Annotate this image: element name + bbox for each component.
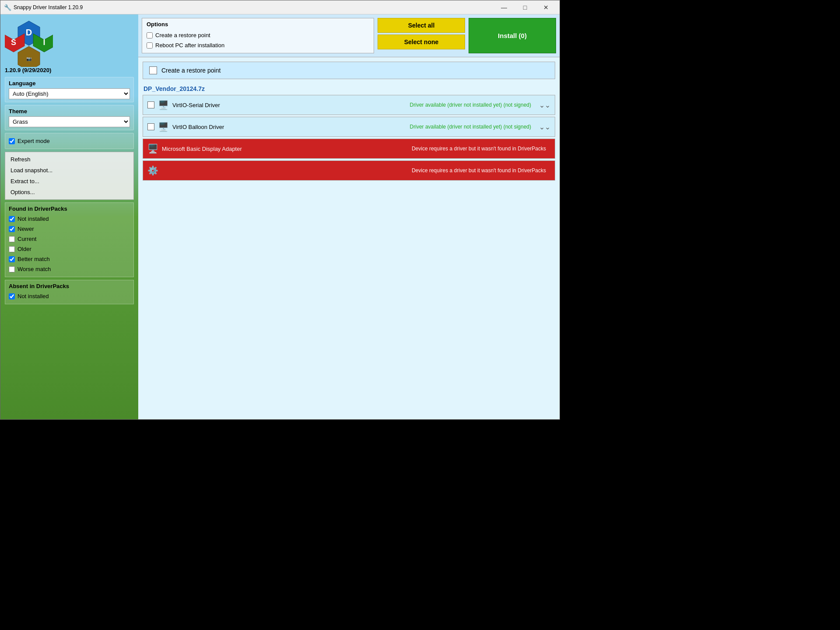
minimize-button[interactable]: — (494, 1, 514, 14)
logo-area: D S I 📷 1.20.9 (9/29/2020) (5, 19, 134, 73)
svg-text:D: D (26, 28, 32, 37)
driver-icon-virtio-balloon: 🖥️ (158, 122, 169, 132)
language-label: Language (9, 80, 130, 87)
filter-current-label: Current (18, 236, 36, 242)
vendor-title: DP_Vendor_20124.7z (143, 84, 555, 95)
expand-arrow-virtio-balloon[interactable]: ⌄⌄ (539, 123, 550, 131)
absent-not-installed[interactable] (9, 293, 15, 299)
menu-panel: Refresh Load snapshot... Extract to... O… (5, 152, 134, 200)
filter-worse-match-row: Worse match (9, 264, 130, 274)
filter-not-installed-row: Not installed (9, 214, 130, 224)
driver-name-ms-display: Microsoft Basic Display Adapter (162, 146, 352, 152)
driver-name-virtio-balloon: VirtIO Balloon Driver (172, 124, 350, 130)
filter-newer[interactable] (9, 226, 15, 232)
filter-older[interactable] (9, 246, 15, 252)
menu-item-refresh[interactable]: Refresh (5, 154, 133, 165)
driver-list-area: Create a restore point DP_Vendor_20124.7… (138, 57, 560, 419)
driver-checkbox-virtio-serial[interactable] (147, 101, 154, 108)
window-controls: — □ ✕ (494, 1, 556, 14)
svg-text:📷: 📷 (26, 56, 32, 62)
app-icon: 🔧 (4, 4, 11, 11)
driver-status-ms-display: Device requires a driver but it wasn't f… (356, 146, 550, 152)
filter-current[interactable] (9, 236, 15, 242)
absent-filters-title: Absent in DriverPacks (9, 283, 130, 289)
driver-item-virtio-serial[interactable]: 🖥️ VirtIO-Serial Driver Driver available… (143, 95, 555, 115)
expand-arrow-virtio-serial[interactable]: ⌄⌄ (539, 101, 550, 109)
right-panel: Options Create a restore point Reboot PC… (138, 14, 560, 419)
install-area: Install (0) (469, 18, 556, 53)
svg-text:S: S (11, 38, 16, 47)
menu-item-load-snapshot[interactable]: Load snapshot... (5, 165, 133, 176)
action-buttons: Select all Select none (378, 18, 465, 53)
theme-select[interactable]: Grass Classic Dark Blue (9, 116, 130, 127)
title-bar: 🔧 Snappy Driver Installer 1.20.9 — □ ✕ (0, 0, 560, 14)
create-restore-row: Create a restore point (147, 30, 369, 40)
restore-point-label: Create a restore point (161, 67, 220, 74)
absent-not-installed-label: Not installed (18, 293, 49, 299)
theme-label: Theme (9, 108, 130, 115)
found-filters-title: Found in DriverPacks (9, 205, 130, 212)
options-box: Options Create a restore point Reboot PC… (142, 18, 374, 53)
filter-better-match-label: Better match (18, 256, 50, 262)
maximize-button[interactable]: □ (515, 1, 535, 14)
driver-status-unknown: Device requires a driver but it wasn't f… (356, 167, 550, 174)
found-filters-section: Found in DriverPacks Not installed Newer… (5, 202, 134, 277)
window-title: Snappy Driver Installer 1.20.9 (14, 4, 494, 10)
filter-current-row: Current (9, 234, 130, 244)
driver-icon-ms-display: 🖥️ (147, 143, 158, 154)
install-button[interactable]: Install (0) (469, 18, 556, 53)
sidebar: D S I 📷 1.20.9 (9/29/2020) Language A (0, 14, 138, 419)
driver-item-unknown[interactable]: ⚙️ Device requires a driver but it wasn'… (143, 160, 555, 181)
menu-item-options[interactable]: Options... (5, 187, 133, 198)
theme-group: Theme Grass Classic Dark Blue (5, 105, 134, 130)
select-all-button[interactable]: Select all (378, 18, 465, 33)
filter-not-installed-label: Not installed (18, 216, 49, 222)
options-title: Options (147, 21, 369, 28)
reboot-row: Reboot PC after installation (147, 40, 369, 50)
expert-mode-row: Expert mode (9, 136, 130, 146)
filter-newer-label: Newer (18, 226, 34, 232)
filter-better-match-row: Better match (9, 254, 130, 264)
expert-mode-checkbox[interactable] (9, 138, 15, 144)
filter-not-installed[interactable] (9, 216, 15, 222)
reboot-label: Reboot PC after installation (155, 42, 224, 49)
menu-item-extract-to[interactable]: Extract to... (5, 176, 133, 187)
driver-item-ms-display[interactable]: 🖥️ Microsoft Basic Display Adapter Devic… (143, 139, 555, 159)
expert-mode-group: Expert mode (5, 133, 134, 149)
driver-status-virtio-balloon: Driver available (driver not installed y… (354, 124, 536, 130)
filter-worse-match-label: Worse match (18, 266, 51, 272)
top-bar: Options Create a restore point Reboot PC… (138, 14, 560, 57)
reboot-checkbox[interactable] (147, 42, 153, 49)
driver-status-virtio-serial: Driver available (driver not installed y… (354, 102, 536, 108)
filter-worse-match[interactable] (9, 266, 15, 272)
filter-older-label: Older (18, 246, 32, 252)
main-window: 🔧 Snappy Driver Installer 1.20.9 — □ ✕ D… (0, 0, 560, 420)
select-none-button[interactable]: Select none (378, 35, 465, 49)
absent-filters-section: Absent in DriverPacks Not installed (5, 280, 134, 304)
driver-checkbox-virtio-balloon[interactable] (147, 123, 154, 130)
driver-icon-unknown: ⚙️ (147, 165, 158, 176)
main-content: D S I 📷 1.20.9 (9/29/2020) Language A (0, 14, 560, 419)
filter-newer-row: Newer (9, 224, 130, 234)
absent-not-installed-row: Not installed (9, 291, 130, 301)
driver-icon-virtio-serial: 🖥️ (158, 100, 169, 110)
filter-older-row: Older (9, 244, 130, 254)
restore-point-row: Create a restore point (143, 62, 555, 79)
filter-better-match[interactable] (9, 256, 15, 262)
restore-point-checkbox[interactable] (149, 66, 157, 74)
expert-mode-label: Expert mode (18, 138, 50, 144)
create-restore-checkbox[interactable] (147, 32, 153, 38)
sdi-logo: D S I 📷 (5, 19, 53, 67)
create-restore-label: Create a restore point (155, 32, 210, 38)
language-group: Language Auto (English) English Russian … (5, 77, 134, 102)
svg-text:I: I (43, 38, 45, 47)
driver-name-virtio-serial: VirtIO-Serial Driver (172, 102, 350, 108)
version-text: 1.20.9 (9/29/2020) (5, 67, 51, 73)
driver-item-virtio-balloon[interactable]: 🖥️ VirtIO Balloon Driver Driver availabl… (143, 117, 555, 137)
close-button[interactable]: ✕ (536, 1, 556, 14)
language-select[interactable]: Auto (English) English Russian German Fr… (9, 88, 130, 99)
